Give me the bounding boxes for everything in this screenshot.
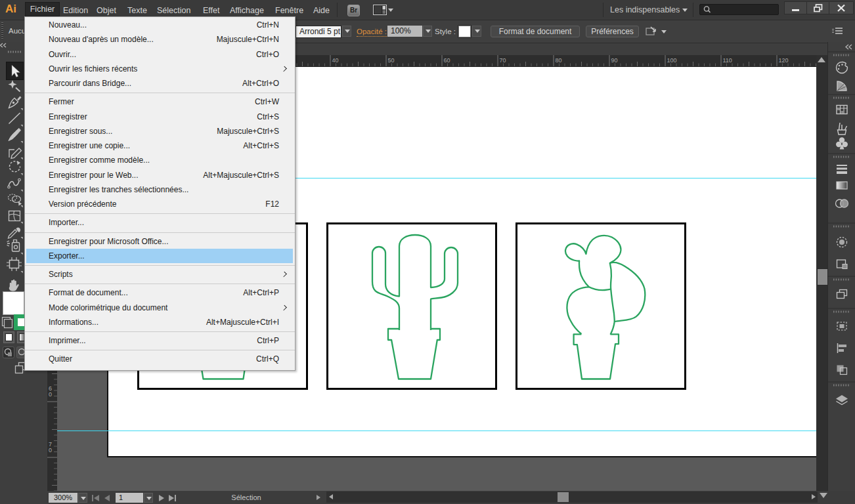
svg-text:120: 120 bbox=[779, 57, 789, 64]
svg-text:100: 100 bbox=[667, 57, 677, 64]
svg-text:50: 50 bbox=[388, 57, 395, 64]
svg-text:60: 60 bbox=[444, 57, 450, 64]
svg-text:0: 0 bbox=[49, 391, 52, 398]
svg-text:80: 80 bbox=[556, 57, 562, 64]
svg-text:40: 40 bbox=[332, 57, 339, 64]
svg-text:110: 110 bbox=[723, 57, 732, 64]
svg-text:90: 90 bbox=[611, 57, 618, 64]
svg-text:0: 0 bbox=[49, 447, 52, 453]
svg-text:70: 70 bbox=[500, 57, 506, 64]
